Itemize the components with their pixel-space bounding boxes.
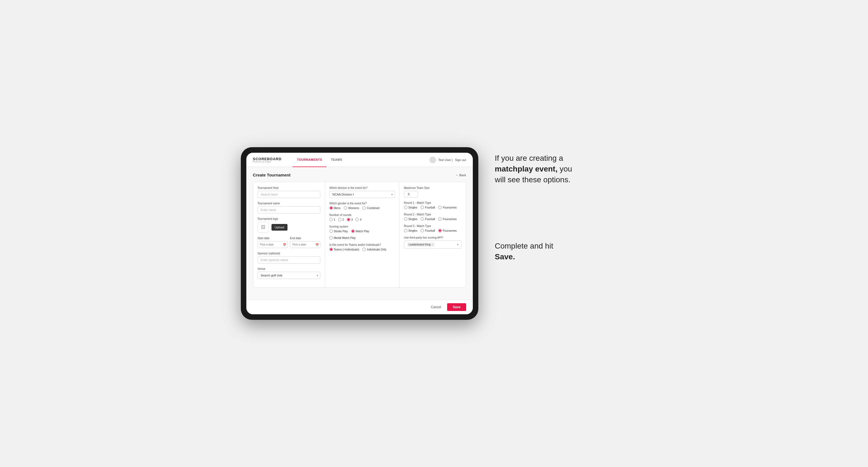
logo-subtitle: Powered by clippit <box>253 161 282 163</box>
round1-foursomes-radio[interactable] <box>438 206 442 209</box>
sponsor-input[interactable] <box>258 256 320 263</box>
tournament-host-input[interactable] <box>258 191 320 198</box>
medal-match-play[interactable]: Medal Match Play <box>330 236 356 240</box>
page-wrapper: SCOREBOARD Powered by clippit TOURNAMENT… <box>241 147 627 320</box>
gender-mens-radio[interactable] <box>330 206 333 210</box>
logo-preview: 🖼 <box>258 222 269 233</box>
gender-combined[interactable]: Combined <box>362 206 379 210</box>
round-3[interactable]: 3 <box>347 218 353 221</box>
sponsor-label: Sponsor (optional) <box>258 252 320 255</box>
tournament-name-group: Tournament name <box>258 202 320 214</box>
tab-teams[interactable]: TEAMS <box>327 153 347 167</box>
tournament-host-label: Tournament Host <box>258 186 320 189</box>
third-party-tag: Leaderboard King × <box>407 243 435 247</box>
scoring-group: Scoring system Stroke Play Match Play <box>330 225 395 240</box>
division-select[interactable]: NCAA Division I NCAA Division II NCAA Di… <box>330 191 395 198</box>
third-party-group: Use third-party live scoring API? Leader… <box>404 236 462 249</box>
left-column: Tournament Host Tournament name Tourname… <box>253 182 325 287</box>
form-footer: Cancel Save <box>246 300 473 314</box>
gender-mens[interactable]: Mens <box>330 206 341 210</box>
nav-right: Test User | Sign out <box>429 157 466 163</box>
round3-match-type-options: Singles Fourball Foursomes <box>404 229 462 232</box>
individuals-only[interactable]: Individuals Only <box>362 248 386 251</box>
round2-fourball[interactable]: Fourball <box>421 217 435 221</box>
round-1[interactable]: 1 <box>330 218 336 221</box>
match-play[interactable]: Match Play <box>351 229 369 233</box>
image-icon: 🖼 <box>261 225 266 230</box>
round1-match-type-group: Round 1 - Match Type Singles Fourball <box>404 201 462 209</box>
right-column: Maximum Team Size Round 1 - Match Type S… <box>400 182 466 287</box>
upload-button[interactable]: Upload <box>272 224 288 230</box>
rounds-1-radio[interactable] <box>330 218 333 221</box>
rounds-2-radio[interactable] <box>338 218 341 221</box>
stroke-play-radio[interactable] <box>330 229 333 233</box>
division-select-wrapper: NCAA Division I NCAA Division II NCAA Di… <box>330 191 395 198</box>
round3-singles-radio[interactable] <box>404 229 407 232</box>
round2-singles[interactable]: Singles <box>404 217 417 221</box>
round2-singles-radio[interactable] <box>404 217 407 221</box>
third-party-select[interactable]: Leaderboard King × ▾ <box>404 241 462 249</box>
venue-select[interactable]: Search golf club <box>258 272 320 279</box>
gender-combined-radio[interactable] <box>362 206 366 210</box>
calendar-icon-end: 📅 <box>315 243 319 246</box>
teams-individuals[interactable]: Teams (+Individuals) <box>330 248 359 251</box>
round1-fourball[interactable]: Fourball <box>421 206 435 209</box>
cancel-button[interactable]: Cancel <box>428 303 444 311</box>
avatar <box>429 157 436 163</box>
individuals-only-radio[interactable] <box>362 248 366 251</box>
gender-womens[interactable]: Womens <box>344 206 359 210</box>
round2-foursomes-radio[interactable] <box>438 217 442 221</box>
round1-foursomes[interactable]: Foursomes <box>438 206 457 209</box>
teams-radio-group: Teams (+Individuals) Individuals Only <box>330 248 395 251</box>
round3-foursomes[interactable]: Foursomes <box>438 229 457 232</box>
round1-singles-radio[interactable] <box>404 206 407 209</box>
tablet-screen: SCOREBOARD Powered by clippit TOURNAMENT… <box>246 153 473 314</box>
division-group: Which division is the event for? NCAA Di… <box>330 186 395 198</box>
round1-fourball-radio[interactable] <box>421 206 424 209</box>
teams-individuals-radio[interactable] <box>330 248 333 251</box>
nav-logo: SCOREBOARD Powered by clippit <box>253 157 282 163</box>
tag-remove-icon[interactable]: × <box>432 243 433 246</box>
logo-title: SCOREBOARD <box>253 157 282 161</box>
round2-foursomes[interactable]: Foursomes <box>438 217 457 221</box>
tournament-host-group: Tournament Host <box>258 186 320 198</box>
start-date-group: Start date 📅 <box>258 237 288 248</box>
tab-tournaments[interactable]: TOURNAMENTS <box>292 153 327 167</box>
venue-label: Venue <box>258 267 320 270</box>
stroke-play[interactable]: Stroke Play <box>330 229 348 233</box>
round-4[interactable]: 4 <box>355 218 362 221</box>
round-2[interactable]: 2 <box>338 218 344 221</box>
round3-foursomes-radio[interactable] <box>438 229 442 232</box>
round1-match-type-options: Singles Fourball Foursomes <box>404 206 462 209</box>
venue-group: Venue Search golf club <box>258 267 320 279</box>
round1-singles[interactable]: Singles <box>404 206 417 209</box>
round2-fourball-radio[interactable] <box>421 217 424 221</box>
max-team-size-label: Maximum Team Size <box>404 186 462 189</box>
round2-match-type-label: Round 2 - Match Type <box>404 213 462 216</box>
round3-singles[interactable]: Singles <box>404 229 417 232</box>
tournament-name-input[interactable] <box>258 206 320 214</box>
match-play-radio[interactable] <box>351 229 354 233</box>
end-date-wrapper: 📅 <box>290 241 320 248</box>
save-button[interactable]: Save <box>447 303 466 311</box>
annotations: If you are creating a matchplay event, y… <box>495 147 627 262</box>
round3-fourball-radio[interactable] <box>421 229 424 232</box>
tournament-logo-group: Tournament logo 🖼 Upload <box>258 217 320 233</box>
round2-match-type-options: Singles Fourball Foursomes <box>404 217 462 221</box>
medal-match-play-radio[interactable] <box>330 236 333 240</box>
calendar-icon: 📅 <box>283 243 286 246</box>
round3-match-type-label: Round 3 - Match Type <box>404 224 462 227</box>
user-name: Test User | <box>438 158 453 161</box>
max-team-size-group: Maximum Team Size <box>404 186 462 197</box>
rounds-4-radio[interactable] <box>355 218 359 221</box>
end-date-group: End date 📅 <box>290 237 320 248</box>
gender-group: Which gender is the event for? Mens Wome… <box>330 202 395 210</box>
sign-out-button[interactable]: Sign out <box>455 158 466 161</box>
back-button[interactable]: ← Back <box>456 174 466 177</box>
round3-fourball[interactable]: Fourball <box>421 229 435 232</box>
rounds-3-radio[interactable] <box>347 218 350 221</box>
max-team-size-input[interactable] <box>404 191 418 197</box>
nav-bar: SCOREBOARD Powered by clippit TOURNAMENT… <box>246 153 473 167</box>
end-date-label: End date <box>290 237 320 240</box>
gender-womens-radio[interactable] <box>344 206 347 210</box>
